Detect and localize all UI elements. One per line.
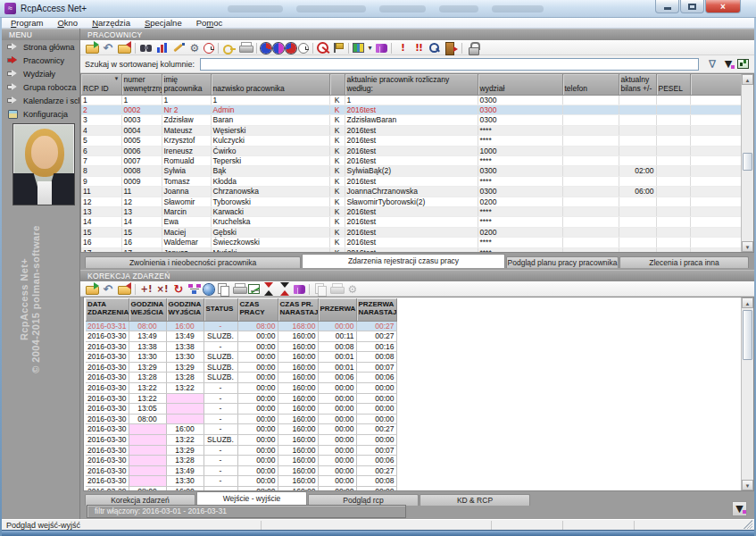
column-header-przerwa-narastaj[interactable]: PRZERWA NARASTAJ. — [356, 298, 396, 321]
employees-scrollbar[interactable]: ▲ ▼ — [741, 74, 753, 252]
help-book-icon[interactable] — [294, 285, 305, 294]
double-alert-icon[interactable]: !! — [411, 41, 426, 54]
add-event-icon[interactable]: +! — [139, 282, 154, 296]
column-header-rcp-id[interactable]: RCP ID▼ — [81, 74, 121, 95]
column-header-czas-pracy[interactable]: CZAS PRACY — [237, 298, 278, 321]
employee-row[interactable]: 50005KrzysztofKulczyckiK2016test**** — [81, 136, 742, 146]
column-header-przerwa[interactable]: PRZERWA — [318, 298, 356, 321]
employee-row[interactable]: 1414EwaKruchelskaK2016test**** — [81, 217, 742, 227]
scroll-up-icon[interactable]: ▲ — [742, 297, 753, 308]
event-row[interactable]: 2016-03-3013:2213:22-00:00160:0000:0000:… — [86, 383, 396, 394]
column-header-nazwisko-pracownika[interactable]: nazwisko pracownika — [211, 74, 329, 95]
event-row[interactable]: 2016-03-3108:0016:00-08:00168:0000:0000:… — [86, 321, 396, 331]
delete-event-icon[interactable]: ×! — [155, 282, 170, 296]
resize-grip[interactable] — [744, 520, 752, 529]
sidebar-item-pracownicy[interactable]: Pracownicy — [2, 54, 79, 67]
event-row[interactable]: 2016-03-3013:22SLUZB.00:00160:0000:0000:… — [86, 435, 396, 446]
scrollbar-thumb[interactable] — [743, 310, 752, 360]
event-row[interactable]: 2016-03-3013:2913:29SLUZB.00:00160:0000:… — [86, 362, 396, 373]
balance-pie-icon[interactable] — [286, 43, 296, 54]
employee-row[interactable]: 1515MaciejGębskiK2016test0200 — [81, 227, 742, 237]
statistics-icon[interactable] — [737, 59, 749, 69]
open-folder-icon[interactable] — [85, 41, 99, 54]
employee-row[interactable]: 30003ZdzisławBaranKZdzisławBaran0300 — [81, 115, 742, 125]
tab-zdarzenia-rejestracji-czasu-pracy[interactable]: Zdarzenia rejestracji czasu pracy — [302, 254, 505, 268]
schedule-pie-icon[interactable] — [273, 43, 284, 54]
minimize-button[interactable] — [655, 0, 679, 13]
column-header-telefon[interactable]: telefon — [562, 74, 619, 95]
event-row[interactable]: 2016-03-3016:00-00:00160:0000:0000:27 — [86, 424, 396, 435]
employee-row[interactable]: 20002Nr 2AdminK2016test0300 — [81, 105, 742, 114]
column-header-godzina-wyjscia[interactable]: GODZINA WYJŚCIA — [166, 298, 204, 321]
column-header-data-zdarzenia[interactable]: DATA ZDARZENIA — [86, 298, 129, 321]
undo-icon[interactable]: ↶ — [101, 41, 115, 54]
help-book-icon[interactable] — [376, 44, 387, 53]
employee-row[interactable]: 60006IreneuszĆwirkoK2016test1000 — [81, 146, 742, 155]
column-header-empty[interactable] — [690, 74, 742, 95]
employee-row[interactable]: 1111JoannaChrzanowskaKJoannaChrzanowska0… — [81, 187, 742, 197]
sidebar-item-konfiguracja[interactable]: Konfiguracja — [2, 107, 79, 121]
scroll-down-icon[interactable]: ▼ — [742, 241, 753, 252]
save-folder-icon[interactable] — [117, 282, 131, 296]
color-scale-icon[interactable] — [353, 43, 364, 53]
lock-icon[interactable] — [466, 41, 480, 54]
event-row[interactable]: 2016-03-3008:00-00:00160:0000:0000:00 — [86, 414, 396, 424]
close-button[interactable]: × — [705, 0, 741, 13]
event-row[interactable]: 2016-03-3013:22-00:00160:0000:0000:00 — [86, 393, 396, 404]
event-row[interactable]: 2016-03-3013:3813:38-00:00160:0000:0800:… — [86, 341, 396, 352]
tab-podglad-planu-pracy-pracownika[interactable]: Podgląd planu pracy pracownika — [506, 256, 619, 268]
tools-icon[interactable]: ⚙ — [187, 41, 202, 54]
column-header-aktualny-bilans[interactable]: aktualny bilans +/- — [619, 74, 656, 95]
edit-icon[interactable] — [171, 41, 186, 54]
column-header-wydzial[interactable]: wydział — [478, 74, 562, 95]
chart-icon[interactable] — [248, 284, 260, 294]
events-scrollbar[interactable]: ▲ ▼ — [741, 297, 753, 490]
sidebar-item-kalendarze-i-schematy[interactable]: Kalendarze i schematy — [2, 94, 79, 107]
employee-row[interactable]: 40004MateuszWęsierskiK2016test**** — [81, 125, 742, 135]
sort-desc-icon[interactable] — [262, 282, 276, 296]
event-row[interactable]: 2016-03-3013:05-00:00160:0000:0000:00 — [86, 404, 396, 415]
scrollbar-thumb[interactable] — [743, 153, 752, 171]
filter-icon[interactable]: ∇ — [705, 57, 719, 71]
sidebar-item-grupa-robocza[interactable]: Grupa robocza — [2, 80, 79, 94]
employee-row[interactable]: 90009TomaszKłoddaK2016test**** — [81, 176, 742, 186]
event-row[interactable]: 2016-03-3013:30-00:00160:0000:0000:08 — [86, 476, 396, 487]
scroll-up-icon[interactable]: ▲ — [742, 74, 753, 85]
alert-icon[interactable]: ! — [395, 41, 410, 54]
find-zoom-icon[interactable] — [428, 41, 442, 54]
exit-door-icon[interactable] — [444, 41, 458, 54]
org-chart-icon[interactable] — [187, 282, 202, 296]
menu-specjalne[interactable]: Specjalne — [137, 18, 189, 29]
filter-active-icon[interactable]: ▼ — [721, 57, 735, 71]
copy-events-icon[interactable] — [216, 282, 230, 296]
employee-row[interactable]: 1717JanuszMuńskiK2016test**** — [81, 247, 742, 253]
worktime-pie-icon[interactable] — [261, 43, 271, 54]
print-icon[interactable] — [238, 41, 253, 54]
save-folder-icon[interactable] — [117, 41, 131, 54]
event-row[interactable]: 2016-03-3013:2813:28SLUZB.00:00160:0000:… — [86, 373, 396, 383]
scroll-down-icon[interactable]: ▼ — [742, 480, 753, 490]
employee-row[interactable]: 70007RomualdTeperskiK2016test**** — [81, 155, 742, 165]
sort-asc-icon[interactable] — [278, 282, 292, 296]
clock-icon[interactable] — [298, 43, 309, 54]
globe-icon[interactable] — [204, 284, 214, 295]
key-icon[interactable] — [222, 41, 237, 54]
filter-button[interactable]: ▼ — [732, 501, 747, 516]
event-row[interactable]: 2016-03-3013:29-00:00160:0000:0000:07 — [86, 445, 396, 456]
employee-row[interactable]: 1111K10300 — [81, 95, 742, 105]
employee-row[interactable]: 80008SylwiaBąkKSylwiaBąk(2)030002:00 — [81, 166, 742, 176]
copy-disabled-icon[interactable] — [313, 282, 328, 296]
alarm-clock-icon[interactable] — [204, 43, 214, 54]
event-row[interactable]: 2016-03-3013:4913:49SLUZB.00:00160:0000:… — [86, 331, 396, 342]
bar-chart-icon[interactable] — [155, 41, 170, 54]
column-header-status[interactable]: STATUS — [204, 298, 237, 321]
employee-row[interactable]: 1313MarcinKarwackiK2016test**** — [81, 206, 742, 216]
event-row[interactable]: 2016-03-3013:49-00:00160:0000:0000:27 — [86, 465, 396, 476]
column-header-godzina-wejscia[interactable]: GODZINA WEJŚCIA — [129, 298, 166, 321]
refresh-icon[interactable]: ↻ — [171, 282, 186, 296]
tab-zlecenia-i-praca-inna[interactable]: Zlecenia i praca inna — [619, 256, 749, 268]
column-header-imie-pracownika[interactable]: imię pracownika — [162, 74, 211, 95]
open-folder-icon[interactable] — [85, 282, 99, 296]
sidebar-item-wydzialy[interactable]: Wydziały — [2, 67, 79, 80]
column-header-empty[interactable] — [329, 74, 345, 95]
